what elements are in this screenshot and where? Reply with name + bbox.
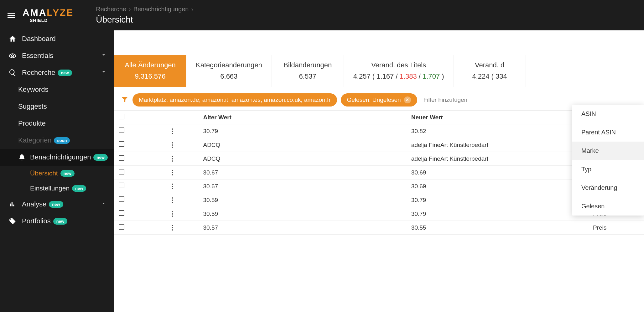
sidebar-sub-kategorien: Kategorien soon [0,132,114,149]
sidebar-sub-produkte[interactable]: Produkte [0,115,114,132]
close-icon[interactable]: ✕ [404,96,411,103]
table-row: 30.6730.69Preis [114,179,644,193]
tab-bildaenderungen[interactable]: Bildänderungen 6.537 [272,55,344,87]
row-menu[interactable] [150,156,194,162]
sidebar-item-label: Benachrichtigungen [30,153,91,161]
breadcrumb-benachrichtigungen[interactable]: Benachrichtigungen [133,6,189,13]
cell-old: ADCQ [199,138,407,152]
sidebar-item-recherche[interactable]: Recherche new [0,64,114,81]
sidebar: Dashboard Essentials Recherche new Keywo… [0,0,114,312]
bar-chart-icon [8,200,18,208]
sidebar-item-label: Übersicht [30,169,58,177]
checkbox[interactable] [119,210,124,216]
checkbox-all[interactable] [119,114,124,119]
sidebar-item-label: Portfolios [22,217,51,225]
sidebar-subsub-uebersicht[interactable]: Übersicht new [0,166,114,181]
new-badge: new [93,154,107,161]
row-menu[interactable] [150,170,194,175]
hamburger-icon [6,10,16,20]
tab-kategorieaenderungen[interactable]: Kategorieänderungen 6.663 [186,55,272,87]
sidebar-item-analyse[interactable]: Analyse new [0,196,114,213]
col-neuer-wert[interactable]: Neuer Wert [407,111,589,124]
table-wrap: Alter Wert Neuer Wert Ty 30.7930.82Preis… [114,110,644,312]
dropdown-item-asin[interactable]: ASIN [572,105,644,123]
dropdown-item-marke[interactable]: Marke [572,142,644,160]
breadcrumb-recherche[interactable]: Recherche [96,6,126,13]
chip-label: Marktplatz: amazon.de, amazon.it, amazon… [139,96,331,103]
col-alter-wert[interactable]: Alter Wert [199,111,407,124]
dropdown-item-gelesen[interactable]: Gelesen [572,197,644,216]
tabs: Alle Änderungen 9.316.576 Kategorieänder… [114,55,644,87]
table-row: 30.5930.79Preis [114,207,644,221]
filter-dropdown: ASIN Parent ASIN Marke Typ Veränderung G… [572,105,644,216]
checkbox[interactable] [119,183,124,188]
sidebar-item-label: Essentials [22,52,53,60]
table-row: ADCQadelja FineArt KünstlerbedarfHändler [114,152,644,166]
tab-count: 4.224 ( 334 [463,72,516,81]
tag-icon [8,217,18,225]
sidebar-sub-benachrichtigungen[interactable]: Benachrichtigungen new [0,149,114,166]
changes-table: Alter Wert Neuer Wert Ty 30.7930.82Preis… [114,110,644,235]
tab-title: Kategorieänderungen [196,61,262,69]
sidebar-item-dashboard[interactable]: Dashboard [0,30,114,47]
logo-part2: LYZE [47,7,74,18]
filter-input[interactable] [421,94,638,106]
chip-marktplatz[interactable]: Marktplatz: amazon.de, amazon.it, amazon… [132,93,337,107]
table-row: 30.5930.79Preis [114,193,644,207]
tab-count: 4.257 ( 1.167 / 1.383 / 1.707 ) [353,72,444,81]
sidebar-sub-keywords[interactable]: Keywords [0,81,114,98]
menu-toggle[interactable] [0,10,23,20]
tab-title: Veränd. des Titels [353,61,444,69]
checkbox[interactable] [119,196,124,202]
cell-new: 30.69 [407,179,589,193]
sidebar-item-essentials[interactable]: Essentials [0,47,114,64]
new-badge: new [58,70,72,76]
tab-count: 6.537 [281,72,334,81]
sidebar-item-label: Suggests [18,102,47,111]
breadcrumb: Recherche › Benachrichtigungen › [96,6,193,13]
sidebar-item-label: Analyse [22,200,46,208]
cell-new: 30.79 [407,193,589,207]
chip-gelesen[interactable]: Gelesen: Ungelesen ✕ [341,93,417,107]
tab-veraend-titel[interactable]: Veränd. des Titels 4.257 ( 1.167 / 1.383… [344,55,454,87]
row-menu[interactable] [150,211,194,217]
new-badge: new [60,170,75,177]
dropdown-item-typ[interactable]: Typ [572,160,644,179]
sidebar-subsub-einstellungen[interactable]: Einstellungen new [0,181,114,196]
new-badge: new [49,201,63,208]
row-menu[interactable] [150,142,194,148]
row-menu[interactable] [150,128,194,134]
row-menu[interactable] [150,225,194,231]
logo[interactable]: AMALYZE SHIELD [23,8,80,23]
checkbox[interactable] [119,155,124,161]
cell-new: 30.82 [407,124,589,138]
row-menu[interactable] [150,184,194,189]
checkbox[interactable] [119,141,124,147]
tab-count: 9.316.576 [124,72,177,81]
checkbox[interactable] [119,224,124,230]
row-menu[interactable] [150,197,194,203]
cell-new: 30.79 [407,207,589,221]
tab-veraend-partial[interactable]: Veränd. d 4.224 ( 334 [454,55,526,87]
checkbox[interactable] [119,127,124,133]
tab-alle-aenderungen[interactable]: Alle Änderungen 9.316.576 [114,55,186,87]
topbar: AMALYZE SHIELD Recherche › Benachrichtig… [0,0,644,30]
tab-title: Bildänderungen [281,61,334,69]
checkbox[interactable] [119,169,124,174]
tab-title: Alle Änderungen [124,61,177,69]
logo-sub: SHIELD [30,18,48,23]
sidebar-item-portfolios[interactable]: Portfolios new [0,213,114,230]
sidebar-item-label: Kategorien [18,136,51,144]
cell-old: 30.59 [199,193,407,207]
page-title: Übersicht [96,15,193,25]
sidebar-sub-suggests[interactable]: Suggests [0,98,114,115]
table-header-row: Alter Wert Neuer Wert Ty [114,111,644,124]
dropdown-item-veraenderung[interactable]: Veränderung [572,179,644,197]
cell-old: 30.57 [199,221,407,235]
cell-new: adelja FineArt Künstlerbedarf [407,152,589,166]
table-row: ADCQadelja FineArt KünstlerbedarfHändler [114,138,644,152]
dropdown-item-parent-asin[interactable]: Parent ASIN [572,123,644,142]
logo-part1: AMA [23,7,47,18]
filter-icon[interactable] [121,95,129,105]
cell-typ: Preis [589,221,644,235]
